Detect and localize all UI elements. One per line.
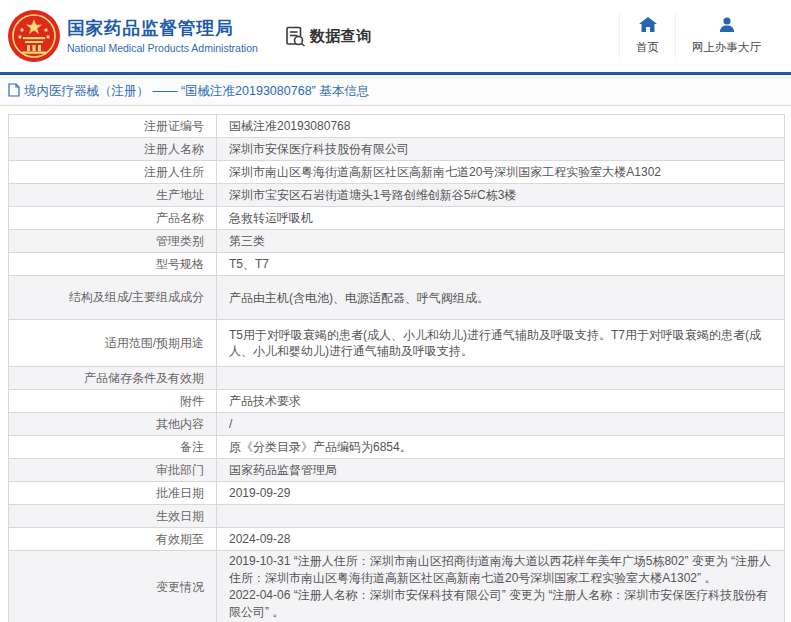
field-value: / [217,413,785,436]
table-row-registrant-address: 注册人住所 深圳市南山区粤海街道高新区社区高新南七道20号深圳国家工程实验室大楼… [9,161,785,184]
table-row-management-category: 管理类别 第三类 [9,230,785,253]
field-label: 适用范围/预期用途 [9,320,217,367]
field-label: 备注 [9,436,217,459]
agency-name-en: National Medical Products Administration [67,42,258,54]
change-record: 2019-10-31 “注册人住所：深圳市南山区招商街道南海大道以西花样年美年广… [229,553,778,587]
change-record: 2022-04-06 “注册人名称：深圳市安保科技有限公司” 变更为 “注册人名… [229,587,778,621]
field-value: 深圳市南山区粤海街道高新区社区高新南七道20号深圳国家工程实验室大楼A1302 [217,161,785,184]
nav-online-service-hall[interactable]: 网上办事大厅 [675,14,777,58]
field-value: 2024-09-28 [217,528,785,551]
registration-info-table: 注册证编号 国械注准20193080768 注册人名称 深圳市安保医疗科技股份有… [8,114,785,622]
table-row-registration-number: 注册证编号 国械注准20193080768 [9,115,785,138]
nav-home-label: 首页 [636,40,659,55]
field-label: 有效期至 [9,528,217,551]
field-label: 注册人住所 [9,161,217,184]
field-label: 生产地址 [9,184,217,207]
table-row-other-content: 其他内容 / [9,413,785,436]
field-label: 生效日期 [9,505,217,528]
field-value: 产品由主机(含电池)、电源适配器、呼气阀组成。 [217,276,785,320]
field-label: 注册人名称 [9,138,217,161]
data-query-label: 数据查询 [310,27,372,46]
field-value: 产品技术要求 [217,390,785,413]
table-row-effective-date: 生效日期 [9,505,785,528]
field-label: 其他内容 [9,413,217,436]
field-value: T5用于对呼吸衰竭的患者(成人、小儿和幼儿)进行通气辅助及呼吸支持。T7用于对呼… [217,320,785,367]
table-row-product-name: 产品名称 急救转运呼吸机 [9,207,785,230]
table-row-storage-validity: 产品储存条件及有效期 [9,367,785,390]
field-label: 产品名称 [9,207,217,230]
field-value: 深圳市安保医疗科技股份有限公司 [217,138,785,161]
agency-name-cn: 国家药品监督管理局 [67,18,258,38]
field-label: 审批部门 [9,459,217,482]
data-query-nav[interactable]: 数据查询 [284,25,372,48]
top-navigation: 首页 网上办事大厅 [619,14,777,58]
field-value: T5、T7 [217,253,785,276]
field-label: 型号规格 [9,253,217,276]
nav-hall-label: 网上办事大厅 [692,40,761,55]
table-row-approval-department: 审批部门 国家药品监督管理局 [9,459,785,482]
table-row-valid-until: 有效期至 2024-09-28 [9,528,785,551]
home-icon [639,17,657,36]
user-icon [719,17,735,36]
page-icon [8,83,20,101]
table-row-change-history: 变更情况 2019-10-31 “注册人住所：深圳市南山区招商街道南海大道以西花… [9,551,785,622]
field-label: 附件 [9,390,217,413]
table-row-intended-use: 适用范围/预期用途 T5用于对呼吸衰竭的患者(成人、小儿和幼儿)进行通气辅助及呼… [9,320,785,367]
field-value: 原《分类目录》产品编码为6854。 [217,436,785,459]
field-value: 第三类 [217,230,785,253]
table-row-approval-date: 批准日期 2019-09-29 [9,482,785,505]
page-title: 境内医疗器械（注册） —— “国械注准20193080768” 基本信息 [24,83,369,100]
table-row-model-spec: 型号规格 T5、T7 [9,253,785,276]
table-row-registrant-name: 注册人名称 深圳市安保医疗科技股份有限公司 [9,138,785,161]
table-row-production-address: 生产地址 深圳市宝安区石岩街道塘头1号路创维创新谷5#C栋3楼 [9,184,785,207]
field-value: 2019-09-29 [217,482,785,505]
field-value: 国械注准20193080768 [217,115,785,138]
document-search-icon [284,25,307,48]
field-label: 变更情况 [9,551,217,622]
header-divider [0,72,791,75]
nav-home[interactable]: 首页 [619,14,675,58]
field-label: 管理类别 [9,230,217,253]
site-header: 国家药品监督管理局 National Medical Products Admi… [0,0,791,72]
nmpa-emblem-logo[interactable] [8,10,60,62]
field-label: 批准日期 [9,482,217,505]
field-label: 注册证编号 [9,115,217,138]
field-value [217,367,785,390]
field-label: 结构及组成/主要组成成分 [9,276,217,320]
table-row-structure-composition: 结构及组成/主要组成成分 产品由主机(含电池)、电源适配器、呼气阀组成。 [9,276,785,320]
table-row-attachment: 附件 产品技术要求 [9,390,785,413]
field-value: 国家药品监督管理局 [217,459,785,482]
field-value: 急救转运呼吸机 [217,207,785,230]
field-label: 产品储存条件及有效期 [9,367,217,390]
national-emblem-icon [8,10,60,62]
field-value: 深圳市宝安区石岩街道塘头1号路创维创新谷5#C栋3楼 [217,184,785,207]
breadcrumb-bar: 境内医疗器械（注册） —— “国械注准20193080768” 基本信息 [0,77,791,106]
field-value [217,505,785,528]
agency-brand: 国家药品监督管理局 National Medical Products Admi… [67,18,258,53]
table-row-remarks: 备注 原《分类目录》产品编码为6854。 [9,436,785,459]
